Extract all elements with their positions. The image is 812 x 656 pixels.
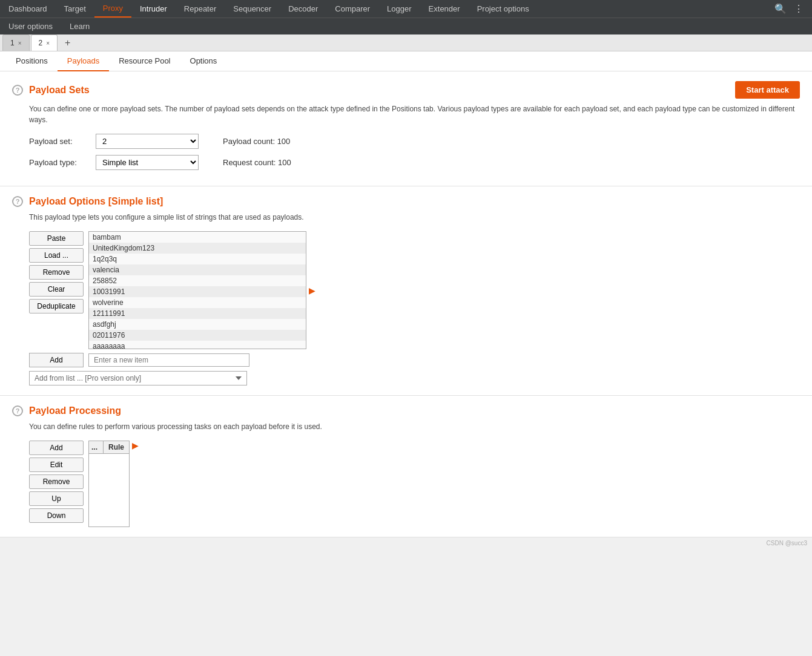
request-count-label: Request count: 100: [223, 158, 291, 167]
tab-tab2[interactable]: 2×: [31, 34, 58, 51]
processing-buttons: AddEditRemoveUpDown: [29, 441, 84, 527]
proc-edit-btn[interactable]: Edit: [29, 458, 84, 472]
payload-list-scroll-arrow: ▶: [306, 231, 315, 349]
payload-processing-section: ? Payload Processing You can define rule…: [0, 396, 812, 537]
nav-item-user-options[interactable]: User options: [0, 18, 61, 34]
sub-tab-payloads[interactable]: Payloads: [58, 51, 109, 71]
payload-count-label: Payload count: 100: [223, 137, 290, 146]
nav-right: 🔍 ⋮: [771, 1, 812, 17]
add-item-button[interactable]: Add: [29, 353, 84, 367]
list-item[interactable]: bambam: [89, 232, 306, 243]
nav-item-logger[interactable]: Logger: [378, 1, 420, 17]
nav-item-learn[interactable]: Learn: [61, 18, 98, 34]
nav-row2: User optionsLearn: [0, 18, 812, 34]
sub-tabs-bar: PositionsPayloadsResource PoolOptions: [0, 51, 812, 71]
add-from-list-row: Add from list ... [Pro version only]: [29, 371, 800, 385]
nav-row1: DashboardTargetProxyIntruderRepeaterSequ…: [0, 0, 812, 18]
list-item[interactable]: 10031991: [89, 286, 306, 297]
menu-icon[interactable]: ⋮: [790, 1, 807, 17]
proc-remove-btn[interactable]: Remove: [29, 474, 84, 489]
nav-item-decoder[interactable]: Decoder: [280, 1, 326, 17]
processing-area: AddEditRemoveUpDown ... Rule ▶: [29, 441, 800, 527]
add-tab-button[interactable]: +: [59, 35, 76, 51]
start-attack-button[interactable]: Start attack: [735, 81, 800, 99]
processing-table: ... Rule: [88, 441, 130, 527]
payload-list-box[interactable]: bambamUnitedKingdom1231q2q3qvalencia2588…: [88, 231, 306, 349]
remove-btn[interactable]: Remove: [29, 265, 84, 280]
list-item[interactable]: 258852: [89, 275, 306, 286]
payload-processing-title: Payload Processing: [29, 405, 121, 416]
tab-close-tab1[interactable]: ×: [18, 40, 22, 47]
payload-type-select[interactable]: Simple list Runtime file Custom iterator: [96, 155, 199, 170]
nav-item-repeater[interactable]: Repeater: [176, 1, 225, 17]
nav-item-intruder[interactable]: Intruder: [131, 1, 176, 17]
tab-tab1[interactable]: 1×: [2, 34, 30, 51]
payload-sets-help-icon[interactable]: ?: [12, 85, 23, 96]
load-btn[interactable]: Load ...: [29, 248, 84, 263]
payload-options-desc: This payload type lets you configure a s…: [29, 212, 800, 223]
payload-set-select[interactable]: 1 2: [96, 134, 199, 149]
nav-item-dashboard[interactable]: Dashboard: [0, 1, 56, 17]
list-item[interactable]: 1q2q3q: [89, 254, 306, 264]
col-rule-header: Rule: [104, 441, 129, 453]
payload-type-label: Payload type:: [29, 158, 96, 167]
payload-sets-title: Payload Sets: [29, 85, 90, 96]
tabs-bar: 1×2× +: [0, 34, 812, 51]
processing-scroll-arrow: ▶: [130, 441, 139, 450]
list-item[interactable]: 12111991: [89, 308, 306, 319]
tab-close-tab2[interactable]: ×: [46, 40, 50, 47]
add-from-list-select[interactable]: Add from list ... [Pro version only]: [29, 371, 247, 385]
payload-options-section: ? Payload Options [Simple list] This pay…: [0, 186, 812, 396]
nav-item-extender[interactable]: Extender: [420, 1, 469, 17]
payload-action-buttons: PasteLoad ...RemoveClearDeduplicate: [29, 231, 84, 349]
list-item[interactable]: valencia: [89, 264, 306, 275]
paste-btn[interactable]: Paste: [29, 231, 84, 246]
payload-processing-desc: You can define rules to perform various …: [29, 421, 800, 432]
nav-item-sequencer[interactable]: Sequencer: [225, 1, 280, 17]
list-item[interactable]: asdfghj: [89, 319, 306, 330]
sub-tab-positions[interactable]: Positions: [6, 51, 58, 71]
add-item-row: Add: [29, 353, 800, 367]
nav-item-project-options[interactable]: Project options: [469, 1, 538, 17]
payload-sets-header: ? Payload Sets Start attack: [12, 81, 800, 99]
proc-up-btn[interactable]: Up: [29, 491, 84, 506]
proc-add-btn[interactable]: Add: [29, 441, 84, 455]
tab-label: 1: [10, 39, 15, 47]
footer-watermark: CSDN @succ3: [0, 537, 812, 549]
payload-options-help-icon[interactable]: ?: [12, 196, 23, 207]
payload-set-row: Payload set: 1 2 Payload count: 100: [29, 134, 800, 149]
processing-table-body: [89, 454, 129, 526]
nav-item-target[interactable]: Target: [56, 1, 94, 17]
payload-sets-section: ? Payload Sets Start attack You can defi…: [0, 71, 812, 186]
payload-set-label: Payload set:: [29, 137, 96, 146]
top-navigation: DashboardTargetProxyIntruderRepeaterSequ…: [0, 0, 812, 34]
search-icon[interactable]: 🔍: [771, 1, 790, 17]
payload-options-title: Payload Options [Simple list]: [29, 196, 163, 207]
payload-sets-desc: You can define one or more payload sets.…: [29, 103, 800, 125]
main-content: ? Payload Sets Start attack You can defi…: [0, 71, 812, 537]
add-item-input[interactable]: [88, 353, 249, 367]
processing-table-header: ... Rule: [89, 441, 129, 454]
nav-item-comparer[interactable]: Comparer: [326, 1, 378, 17]
sub-tab-resource-pool[interactable]: Resource Pool: [109, 51, 180, 71]
proc-down-btn[interactable]: Down: [29, 508, 84, 523]
list-item[interactable]: aaaaaaaa: [89, 341, 306, 349]
sub-tab-options[interactable]: Options: [180, 51, 227, 71]
list-item[interactable]: 02011976: [89, 330, 306, 341]
payload-list-area: PasteLoad ...RemoveClearDeduplicate bamb…: [29, 231, 800, 349]
nav-item-proxy[interactable]: Proxy: [94, 0, 131, 18]
col-dot-header: ...: [89, 441, 104, 453]
list-item[interactable]: UnitedKingdom123: [89, 243, 306, 254]
clear-btn[interactable]: Clear: [29, 282, 84, 297]
tab-label: 2: [39, 39, 43, 47]
list-item[interactable]: wolverine: [89, 297, 306, 308]
payload-type-row: Payload type: Simple list Runtime file C…: [29, 155, 800, 170]
payload-processing-header: ? Payload Processing: [12, 405, 800, 416]
dedup-btn[interactable]: Deduplicate: [29, 299, 84, 313]
payload-processing-help-icon[interactable]: ?: [12, 405, 23, 416]
payload-options-header: ? Payload Options [Simple list]: [12, 196, 800, 207]
